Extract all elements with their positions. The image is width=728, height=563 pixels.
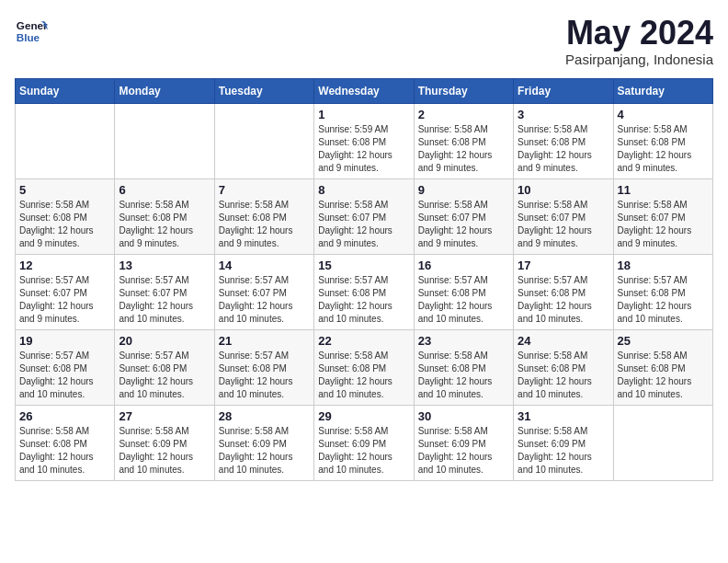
calendar-cell: 23Sunrise: 5:58 AM Sunset: 6:08 PM Dayli… xyxy=(414,329,513,405)
day-info: Sunrise: 5:58 AM Sunset: 6:08 PM Dayligh… xyxy=(418,350,509,401)
logo-icon: General Blue xyxy=(15,15,48,48)
calendar-cell: 5Sunrise: 5:58 AM Sunset: 6:08 PM Daylig… xyxy=(16,178,115,254)
month-title: May 2024 xyxy=(565,15,713,52)
calendar-cell: 4Sunrise: 5:58 AM Sunset: 6:08 PM Daylig… xyxy=(613,103,712,178)
calendar-cell: 11Sunrise: 5:58 AM Sunset: 6:07 PM Dayli… xyxy=(613,178,712,254)
day-info: Sunrise: 5:57 AM Sunset: 6:07 PM Dayligh… xyxy=(19,274,110,326)
day-number: 24 xyxy=(518,334,609,348)
day-number: 1 xyxy=(318,108,409,121)
day-number: 17 xyxy=(518,259,609,272)
calendar-week-2: 5Sunrise: 5:58 AM Sunset: 6:08 PM Daylig… xyxy=(16,178,713,254)
day-number: 20 xyxy=(119,334,210,348)
day-number: 10 xyxy=(518,183,609,197)
day-info: Sunrise: 5:58 AM Sunset: 6:08 PM Dayligh… xyxy=(318,350,409,401)
calendar-cell: 2Sunrise: 5:58 AM Sunset: 6:08 PM Daylig… xyxy=(414,103,513,178)
calendar-cell xyxy=(613,405,712,480)
day-number: 15 xyxy=(318,259,409,272)
day-number: 5 xyxy=(19,183,110,197)
day-info: Sunrise: 5:57 AM Sunset: 6:08 PM Dayligh… xyxy=(318,274,409,326)
day-info: Sunrise: 5:58 AM Sunset: 6:09 PM Dayligh… xyxy=(219,425,310,477)
day-number: 8 xyxy=(318,183,409,197)
day-info: Sunrise: 5:58 AM Sunset: 6:09 PM Dayligh… xyxy=(318,425,409,477)
weekday-friday: Friday xyxy=(514,78,613,103)
svg-text:Blue: Blue xyxy=(17,31,40,43)
day-number: 16 xyxy=(418,259,509,272)
calendar-cell: 12Sunrise: 5:57 AM Sunset: 6:07 PM Dayli… xyxy=(16,254,115,329)
day-number: 12 xyxy=(19,259,110,272)
weekday-tuesday: Tuesday xyxy=(214,78,313,103)
day-number: 22 xyxy=(318,334,409,348)
calendar-cell: 20Sunrise: 5:57 AM Sunset: 6:08 PM Dayli… xyxy=(115,329,214,405)
day-number: 7 xyxy=(219,183,310,197)
day-number: 26 xyxy=(19,409,110,423)
calendar-cell: 27Sunrise: 5:58 AM Sunset: 6:09 PM Dayli… xyxy=(115,405,214,480)
calendar-week-4: 19Sunrise: 5:57 AM Sunset: 6:08 PM Dayli… xyxy=(16,329,713,405)
day-info: Sunrise: 5:57 AM Sunset: 6:08 PM Dayligh… xyxy=(119,350,210,401)
calendar-cell: 15Sunrise: 5:57 AM Sunset: 6:08 PM Dayli… xyxy=(314,254,414,329)
day-number: 25 xyxy=(618,334,709,348)
location-subtitle: Pasirpanjang, Indonesia xyxy=(565,52,713,67)
calendar-week-3: 12Sunrise: 5:57 AM Sunset: 6:07 PM Dayli… xyxy=(16,254,713,329)
calendar-cell: 1Sunrise: 5:59 AM Sunset: 6:08 PM Daylig… xyxy=(314,103,414,178)
weekday-sunday: Sunday xyxy=(16,78,115,103)
page-header: General Blue May 2024 Pasirpanjang, Indo… xyxy=(15,15,713,67)
day-info: Sunrise: 5:58 AM Sunset: 6:08 PM Dayligh… xyxy=(219,199,310,250)
day-info: Sunrise: 5:58 AM Sunset: 6:08 PM Dayligh… xyxy=(618,350,709,401)
day-info: Sunrise: 5:57 AM Sunset: 6:08 PM Dayligh… xyxy=(518,274,609,326)
weekday-header-row: SundayMondayTuesdayWednesdayThursdayFrid… xyxy=(16,78,713,103)
calendar-cell: 6Sunrise: 5:58 AM Sunset: 6:08 PM Daylig… xyxy=(115,178,214,254)
calendar-cell: 21Sunrise: 5:57 AM Sunset: 6:08 PM Dayli… xyxy=(214,329,313,405)
calendar-cell: 10Sunrise: 5:58 AM Sunset: 6:07 PM Dayli… xyxy=(514,178,613,254)
calendar-cell: 17Sunrise: 5:57 AM Sunset: 6:08 PM Dayli… xyxy=(514,254,613,329)
title-block: May 2024 Pasirpanjang, Indonesia xyxy=(565,15,713,67)
day-number: 19 xyxy=(19,334,110,348)
calendar-cell xyxy=(115,103,214,178)
calendar-week-1: 1Sunrise: 5:59 AM Sunset: 6:08 PM Daylig… xyxy=(16,103,713,178)
logo: General Blue xyxy=(15,15,48,48)
calendar-cell: 9Sunrise: 5:58 AM Sunset: 6:07 PM Daylig… xyxy=(414,178,513,254)
day-info: Sunrise: 5:58 AM Sunset: 6:07 PM Dayligh… xyxy=(518,199,609,250)
day-number: 9 xyxy=(418,183,509,197)
weekday-thursday: Thursday xyxy=(414,78,513,103)
day-info: Sunrise: 5:58 AM Sunset: 6:08 PM Dayligh… xyxy=(418,123,509,175)
calendar-cell: 19Sunrise: 5:57 AM Sunset: 6:08 PM Dayli… xyxy=(16,329,115,405)
day-info: Sunrise: 5:58 AM Sunset: 6:08 PM Dayligh… xyxy=(119,199,210,250)
day-number: 30 xyxy=(418,409,509,423)
day-info: Sunrise: 5:58 AM Sunset: 6:07 PM Dayligh… xyxy=(418,199,509,250)
day-number: 18 xyxy=(618,259,709,272)
day-number: 23 xyxy=(418,334,509,348)
day-info: Sunrise: 5:58 AM Sunset: 6:08 PM Dayligh… xyxy=(19,425,110,477)
day-number: 28 xyxy=(219,409,310,423)
calendar-cell xyxy=(16,103,115,178)
day-info: Sunrise: 5:58 AM Sunset: 6:09 PM Dayligh… xyxy=(418,425,509,477)
calendar-cell: 28Sunrise: 5:58 AM Sunset: 6:09 PM Dayli… xyxy=(214,405,313,480)
day-info: Sunrise: 5:58 AM Sunset: 6:07 PM Dayligh… xyxy=(618,199,709,250)
weekday-saturday: Saturday xyxy=(613,78,712,103)
day-number: 4 xyxy=(618,108,709,121)
calendar-cell: 16Sunrise: 5:57 AM Sunset: 6:08 PM Dayli… xyxy=(414,254,513,329)
calendar-cell: 30Sunrise: 5:58 AM Sunset: 6:09 PM Dayli… xyxy=(414,405,513,480)
calendar-table: SundayMondayTuesdayWednesdayThursdayFrid… xyxy=(15,78,713,481)
weekday-wednesday: Wednesday xyxy=(314,78,414,103)
calendar-cell xyxy=(214,103,313,178)
day-number: 3 xyxy=(518,108,609,121)
calendar-cell: 24Sunrise: 5:58 AM Sunset: 6:08 PM Dayli… xyxy=(514,329,613,405)
day-number: 6 xyxy=(119,183,210,197)
calendar-cell: 29Sunrise: 5:58 AM Sunset: 6:09 PM Dayli… xyxy=(314,405,414,480)
day-number: 2 xyxy=(418,108,509,121)
day-info: Sunrise: 5:57 AM Sunset: 6:08 PM Dayligh… xyxy=(219,350,310,401)
day-number: 29 xyxy=(318,409,409,423)
day-info: Sunrise: 5:58 AM Sunset: 6:08 PM Dayligh… xyxy=(518,350,609,401)
calendar-cell: 26Sunrise: 5:58 AM Sunset: 6:08 PM Dayli… xyxy=(16,405,115,480)
weekday-monday: Monday xyxy=(115,78,214,103)
calendar-week-5: 26Sunrise: 5:58 AM Sunset: 6:08 PM Dayli… xyxy=(16,405,713,480)
calendar-cell: 31Sunrise: 5:58 AM Sunset: 6:09 PM Dayli… xyxy=(514,405,613,480)
calendar-cell: 18Sunrise: 5:57 AM Sunset: 6:08 PM Dayli… xyxy=(613,254,712,329)
day-info: Sunrise: 5:57 AM Sunset: 6:07 PM Dayligh… xyxy=(219,274,310,326)
calendar-body: 1Sunrise: 5:59 AM Sunset: 6:08 PM Daylig… xyxy=(16,103,713,480)
day-info: Sunrise: 5:58 AM Sunset: 6:09 PM Dayligh… xyxy=(518,425,609,477)
calendar-cell: 14Sunrise: 5:57 AM Sunset: 6:07 PM Dayli… xyxy=(214,254,313,329)
day-info: Sunrise: 5:58 AM Sunset: 6:08 PM Dayligh… xyxy=(518,123,609,175)
day-info: Sunrise: 5:57 AM Sunset: 6:08 PM Dayligh… xyxy=(19,350,110,401)
calendar-cell: 13Sunrise: 5:57 AM Sunset: 6:07 PM Dayli… xyxy=(115,254,214,329)
